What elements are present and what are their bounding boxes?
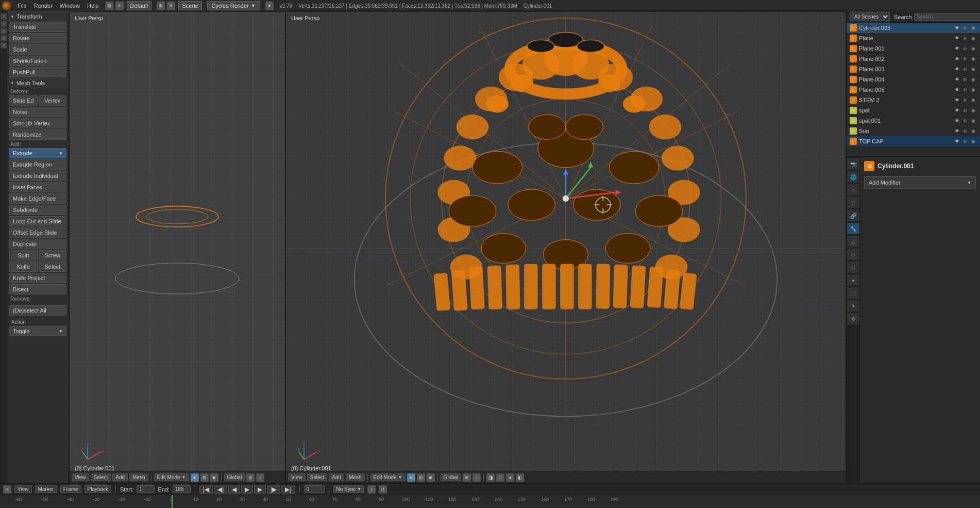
edge-mode-icon-main[interactable]: ⊞ bbox=[417, 473, 425, 482]
modifier-prop-tab active[interactable]: 🔧 bbox=[847, 223, 859, 234]
select-btn-left[interactable]: Select bbox=[91, 473, 111, 481]
smooth-vertex-button[interactable]: Smooth Vertex bbox=[9, 118, 66, 128]
layout-icon[interactable]: ≡ bbox=[115, 2, 124, 10]
edit-mode-selector-main[interactable]: Edit Mode ▼ bbox=[370, 473, 405, 481]
options-strip-icon[interactable]: O bbox=[1, 35, 7, 41]
select-button[interactable]: Select bbox=[39, 261, 67, 272]
knife-button[interactable]: Knife bbox=[9, 261, 38, 272]
shading-render-icon[interactable]: ● bbox=[506, 473, 514, 482]
constraints-prop-tab[interactable]: 🔗 bbox=[847, 210, 859, 221]
mesh-tools-section-header[interactable]: Mesh Tools bbox=[7, 78, 69, 88]
eye-icon-plane005[interactable]: 👁 bbox=[953, 86, 960, 93]
outliner-item-plane[interactable]: ▽ Plane 👁 ⊕ ◉ bbox=[847, 33, 980, 43]
eye-icon-stem2[interactable]: 👁 bbox=[953, 96, 960, 104]
outliner-item-spot001[interactable]: ★ spot.001 👁 ⊕ ◉ bbox=[847, 116, 980, 126]
eye-icon-cylinder003[interactable]: 👁 bbox=[953, 24, 960, 31]
eye-icon-spot[interactable]: 👁 bbox=[953, 107, 960, 114]
shading-solid-icon[interactable]: ◨ bbox=[486, 473, 495, 482]
outliner-item-sun[interactable]: ☀ Sun 👁 ⊕ ◉ bbox=[847, 126, 980, 136]
sync-icon[interactable]: ↺ bbox=[379, 485, 387, 494]
start-frame-input[interactable] bbox=[137, 485, 155, 493]
material-prop-tab[interactable]: ● bbox=[847, 274, 859, 286]
mesh-btn-main[interactable]: Mesh bbox=[346, 473, 364, 481]
pushpull-button[interactable]: PushPull bbox=[9, 67, 66, 77]
edge-mode-icon[interactable]: ⊞ bbox=[200, 473, 209, 482]
transform-strip-icon[interactable]: T bbox=[1, 13, 7, 20]
render-icon-sun[interactable]: ◉ bbox=[970, 127, 977, 135]
render-icon-plane003[interactable]: ◉ bbox=[970, 65, 977, 73]
loop-cut-slide-button[interactable]: Loop Cut and Slide bbox=[9, 216, 66, 226]
spin-button[interactable]: Spin bbox=[9, 250, 38, 260]
cursor-icon-topcap[interactable]: ⊕ bbox=[961, 138, 969, 145]
slide-edge-button[interactable]: Slide Ed bbox=[9, 95, 38, 106]
timeline-content[interactable]: -60 -50 -40 -30 -20 -10 0 10 20 30 40 50… bbox=[0, 495, 980, 508]
global-btn-left[interactable]: Global bbox=[224, 473, 245, 481]
cursor-icon-cylinder003[interactable]: ⊕ bbox=[961, 24, 969, 31]
add-btn-main[interactable]: Add bbox=[329, 473, 344, 481]
grease-strip-icon[interactable]: G bbox=[1, 42, 7, 48]
inset-faces-button[interactable]: Inset Faces bbox=[9, 182, 66, 192]
eye-icon-plane003[interactable]: 👁 bbox=[953, 65, 960, 73]
extrude-region-button[interactable]: Extrude Region bbox=[9, 159, 66, 170]
scale-button[interactable]: Scale bbox=[9, 44, 66, 55]
face-mode-icon[interactable]: ■ bbox=[210, 473, 218, 482]
cursor-icon-plane004[interactable]: ⊕ bbox=[961, 76, 969, 83]
cursor-icon-plane[interactable]: ⊕ bbox=[961, 35, 969, 42]
vertex-button[interactable]: Vertex bbox=[39, 95, 67, 106]
deselect-all-button[interactable]: (De)select All bbox=[9, 305, 66, 316]
shape-key-tab[interactable]: ◇ bbox=[847, 249, 859, 260]
eye-icon-plane002[interactable]: 👁 bbox=[953, 55, 960, 62]
noise-button[interactable]: Noise bbox=[9, 107, 66, 117]
scene-prop-tab[interactable]: 🌐 bbox=[847, 171, 859, 183]
randomize-button[interactable]: Randomize bbox=[9, 129, 66, 140]
outliner-item-plane001[interactable]: ▽ Plane.001 👁 ⊕ ◉ bbox=[847, 43, 980, 54]
render-icon-spot[interactable]: ◉ bbox=[970, 107, 977, 114]
file-menu[interactable]: File bbox=[14, 2, 30, 10]
playback-tl-btn[interactable]: Playback bbox=[85, 485, 112, 493]
bisect-button[interactable]: Bisect bbox=[9, 284, 66, 294]
next-frame-btn[interactable]: ▶ bbox=[254, 485, 266, 494]
outliner-item-topcap[interactable]: ▽ TOP CAP 👁 ⊕ ◉ bbox=[847, 136, 980, 146]
view-btn-main[interactable]: View bbox=[288, 473, 306, 481]
make-edge-face-button[interactable]: Make Edge/Face bbox=[9, 193, 66, 204]
timeline-playhead[interactable] bbox=[172, 495, 173, 508]
mesh-btn-left[interactable]: Mesh bbox=[129, 473, 148, 481]
eye-icon-plane001[interactable]: 👁 bbox=[953, 45, 960, 52]
outliner-item-cylinder003[interactable]: ▽ Cylinder.003 👁 ⊕ ◉ bbox=[847, 23, 980, 33]
eye-icon-plane004[interactable]: 👁 bbox=[953, 76, 960, 83]
cursor-icon-stem2[interactable]: ⊕ bbox=[961, 96, 969, 104]
extrude-dropdown[interactable]: Extrude ▼ bbox=[9, 148, 66, 158]
add-modifier-button[interactable]: Add Modifier ▼ bbox=[864, 176, 976, 189]
transform-section-header[interactable]: Transform bbox=[7, 11, 69, 21]
marker-tl-btn[interactable]: Marker bbox=[35, 485, 57, 493]
eye-icon-topcap[interactable]: 👁 bbox=[953, 138, 960, 145]
pivot-icon-left[interactable]: ⊕ bbox=[246, 473, 255, 482]
pivot-icon-main[interactable]: ⊕ bbox=[463, 473, 471, 482]
edit-mode-selector-left[interactable]: Edit Mode ▼ bbox=[154, 473, 189, 481]
eye-icon-spot001[interactable]: 👁 bbox=[953, 117, 960, 124]
outliner-item-plane002[interactable]: ▽ Plane.002 👁 ⊕ ◉ bbox=[847, 54, 980, 64]
prev-frame-btn[interactable]: ◀ bbox=[228, 485, 240, 494]
sync-selector[interactable]: No Sync ▼ bbox=[333, 485, 365, 493]
render-icon-topcap[interactable]: ◉ bbox=[970, 138, 977, 145]
render-icon-plane[interactable]: ◉ bbox=[970, 35, 977, 42]
cursor-icon-plane002[interactable]: ⊕ bbox=[961, 55, 969, 62]
play-btn[interactable]: ▶ bbox=[241, 485, 253, 494]
face-mode-icon-main[interactable]: ■ bbox=[427, 473, 435, 482]
outliner-item-spot[interactable]: ★ spot 👁 ⊕ ◉ bbox=[847, 105, 980, 116]
view-btn-left[interactable]: View bbox=[72, 473, 89, 481]
mesh-prop-tab[interactable]: △ bbox=[847, 236, 859, 247]
offset-edge-slide-button[interactable]: Offset Edge Slide bbox=[9, 227, 66, 238]
vert-mode-icon[interactable]: ● bbox=[191, 473, 199, 482]
translate-button[interactable]: Translate bbox=[9, 22, 66, 32]
object-prop-tab[interactable]: ▽ bbox=[847, 197, 859, 208]
cursor-icon-plane003[interactable]: ⊕ bbox=[961, 65, 969, 73]
frame-tl-btn[interactable]: Frame bbox=[60, 485, 81, 493]
add-btn-left[interactable]: Add bbox=[112, 473, 128, 481]
help-menu[interactable]: Help bbox=[84, 2, 102, 10]
create-strip-icon[interactable]: + bbox=[1, 21, 7, 27]
knife-project-button[interactable]: Knife Project bbox=[9, 273, 66, 283]
current-frame-input[interactable] bbox=[304, 485, 325, 493]
render-icon-stem2[interactable]: ◉ bbox=[970, 96, 977, 104]
shading-material-icon[interactable]: ◐ bbox=[516, 473, 524, 482]
